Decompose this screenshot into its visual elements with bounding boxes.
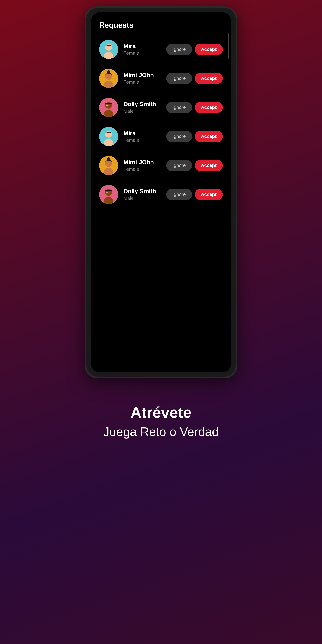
ignore-button[interactable]: Ignore [166,44,192,55]
list-item: Mira Female Ignore Accept [97,36,225,63]
user-gender: Female [124,50,166,56]
phone-wrapper: Requests Mira Female Ignore [85,6,237,378]
svg-rect-10 [106,102,112,104]
avatar [99,40,118,59]
accept-button[interactable]: Accept [195,102,223,113]
action-buttons: Ignore Accept [166,131,223,142]
avatar [99,156,118,175]
list-item: Dolly Smith Male Ignore Accept [97,181,225,208]
user-name: Dolly Smith [124,188,166,195]
user-info: Mira Female [124,130,166,143]
avatar [99,185,118,204]
ignore-button[interactable]: Ignore [166,189,192,200]
user-gender: Female [124,166,166,172]
list-item: Mira Female Ignore Accept [97,123,225,150]
phone-screen: Requests Mira Female Ignore [91,12,231,372]
footer-section: Atrévete Juega Reto o Verdad [99,395,223,447]
user-info: Mimi JOhn Female [124,72,166,85]
svg-point-6 [107,70,110,74]
action-buttons: Ignore Accept [166,102,223,113]
footer-subtitle: Juega Reto o Verdad [104,424,219,439]
avatar [99,69,118,88]
action-buttons: Ignore Accept [166,73,223,84]
user-info: Dolly Smith Male [124,101,166,114]
user-name: Mira [124,43,166,50]
user-gender: Female [124,80,166,85]
scrollbar[interactable] [228,34,229,59]
svg-rect-22 [106,190,112,191]
accept-button[interactable]: Accept [195,44,223,55]
action-buttons: Ignore Accept [166,44,223,55]
footer-title: Atrévete [104,404,219,421]
user-name: Mimi JOhn [124,72,166,78]
avatar [99,127,118,146]
svg-point-13 [105,131,112,138]
user-info: Dolly Smith Male [124,188,166,201]
svg-point-18 [107,158,110,161]
action-buttons: Ignore Accept [166,189,223,200]
action-buttons: Ignore Accept [166,160,223,171]
svg-point-23 [106,192,108,194]
list-item: Mimi JOhn Female Ignore Accept [97,65,225,92]
user-name: Mimi JOhn [124,159,166,166]
avatar [99,98,118,117]
accept-button[interactable]: Accept [195,131,223,142]
user-info: Mira Female [124,43,166,56]
user-info: Mimi JOhn Female [124,159,166,172]
list-item: Mimi JOhn Female Ignore Accept [97,152,225,179]
ignore-button[interactable]: Ignore [166,102,192,113]
ignore-button[interactable]: Ignore [166,73,192,84]
user-gender: Male [124,196,166,201]
accept-button[interactable]: Accept [195,189,223,200]
user-gender: Male [124,108,166,114]
user-name: Mira [124,130,166,137]
ignore-button[interactable]: Ignore [166,160,192,171]
accept-button[interactable]: Accept [195,160,223,171]
user-gender: Female [124,138,166,143]
svg-point-11 [106,105,108,106]
request-list: Mira Female Ignore Accept [97,36,225,208]
list-item: Dolly Smith Male Ignore Accept [97,94,225,121]
requests-title: Requests [97,21,225,30]
user-name: Dolly Smith [124,101,166,108]
ignore-button[interactable]: Ignore [166,131,192,142]
svg-point-1 [105,44,112,51]
accept-button[interactable]: Accept [195,73,223,84]
